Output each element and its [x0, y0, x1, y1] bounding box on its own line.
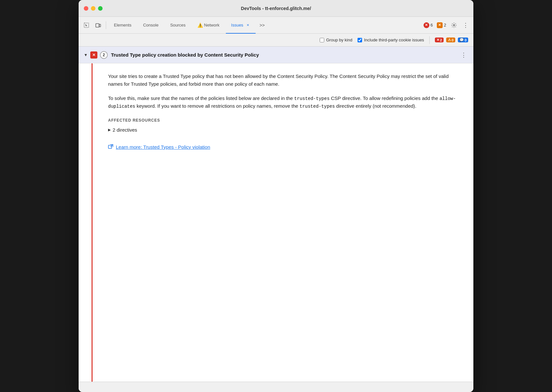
- network-warning-icon: ⚠️: [197, 23, 203, 28]
- secondary-warning-badge: ⚠ 0: [446, 38, 455, 42]
- error-count: 6: [431, 23, 433, 27]
- cursor-icon: [83, 22, 89, 28]
- secondary-warning-icon: ⚠: [448, 38, 451, 42]
- tab-sources[interactable]: Sources: [165, 17, 191, 34]
- code-trusted-types-2: trusted-types: [300, 104, 335, 109]
- warning-badge-icon: ✕: [437, 22, 443, 28]
- issue-error-icon: ✕: [90, 51, 97, 59]
- svg-rect-1: [96, 24, 99, 27]
- device-icon: [95, 22, 101, 28]
- secondary-error-icon: ✕: [436, 38, 439, 42]
- issue-description-p1: Your site tries to create a Trusted Type…: [108, 72, 462, 88]
- tab-issues-close[interactable]: ✕: [245, 23, 250, 28]
- more-tabs-button[interactable]: >>: [257, 20, 267, 30]
- more-options-icon: ⋮: [463, 22, 469, 29]
- maximize-button[interactable]: [98, 6, 103, 11]
- traffic-lights: [84, 6, 103, 11]
- learn-more-label: Learn more: Trusted Types - Policy viola…: [116, 144, 210, 150]
- include-third-party-label[interactable]: Include third-party cookie issues: [364, 38, 424, 42]
- tab-console[interactable]: Console: [138, 17, 164, 34]
- include-third-party-group: Include third-party cookie issues: [358, 38, 424, 42]
- issue-expand-chevron[interactable]: ▼: [84, 53, 88, 57]
- secondary-info-count: 0: [465, 38, 467, 42]
- include-third-party-checkbox[interactable]: [358, 38, 362, 42]
- secondary-warning-count: 0: [452, 38, 454, 42]
- warning-count: 2: [444, 23, 446, 27]
- more-tabs-label: >>: [259, 23, 265, 28]
- secondary-error-count: 2: [440, 38, 442, 42]
- error-badge-group: ✕ 6: [424, 22, 433, 28]
- issue-body: Your site tries to create a Trusted Type…: [92, 63, 473, 382]
- tab-elements-label: Elements: [114, 23, 131, 27]
- title-bar: DevTools - tt-enforced.glitch.me/: [79, 0, 473, 17]
- group-by-kind-label[interactable]: Group by kind: [326, 38, 352, 42]
- tab-sources-label: Sources: [170, 23, 186, 27]
- issue-title: Trusted Type policy creation blocked by …: [111, 52, 459, 58]
- gear-icon: [451, 22, 457, 28]
- tab-issues-label: Issues: [231, 23, 243, 27]
- tab-network[interactable]: ⚠️ Network: [192, 17, 225, 34]
- inspect-element-button[interactable]: [81, 20, 92, 30]
- affected-resources-label: AFFECTED RESOURCES: [108, 118, 462, 123]
- secondary-toolbar: Group by kind Include third-party cookie…: [79, 34, 473, 47]
- group-by-kind-checkbox[interactable]: [320, 38, 324, 42]
- error-badge-icon: ✕: [424, 22, 429, 28]
- window-bottom-bar: [79, 382, 473, 392]
- secondary-error-badge: ✕ 2: [435, 38, 444, 42]
- code-allow-duplicates: allow-duplicates: [108, 96, 456, 109]
- learn-more-link[interactable]: Learn more: Trusted Types - Policy viola…: [108, 144, 462, 150]
- external-link-icon: [108, 144, 113, 149]
- issue-description: Your site tries to create a Trusted Type…: [108, 72, 462, 110]
- devtools-window: DevTools - tt-enforced.glitch.me/ Elemen…: [79, 0, 473, 392]
- issue-header[interactable]: ▼ ✕ 2 Trusted Type policy creation block…: [79, 47, 473, 63]
- issue-description-p2: To solve this, make sure that the names …: [108, 94, 462, 110]
- more-options-button[interactable]: ⋮: [460, 20, 471, 30]
- tab-issues[interactable]: Issues ✕: [226, 17, 256, 34]
- secondary-info-badge: 💬 0: [458, 38, 468, 42]
- tab-console-label: Console: [143, 23, 159, 27]
- toolbar-divider-1: [106, 21, 106, 29]
- window-title: DevTools - tt-enforced.glitch.me/: [241, 6, 311, 11]
- tab-network-label: Network: [204, 23, 220, 27]
- directive-chevron-icon: ▶: [108, 128, 111, 132]
- secondary-badge-group: ✕ 2 ⚠ 0 💬 0: [435, 38, 468, 42]
- svg-point-3: [453, 24, 455, 26]
- minimize-button[interactable]: [91, 6, 95, 11]
- issue-count-badge: 2: [100, 51, 108, 59]
- secondary-info-icon: 💬: [459, 38, 464, 42]
- code-trusted-types-1: trusted-types: [294, 96, 329, 101]
- affected-resources: AFFECTED RESOURCES ▶ 2 directives: [108, 118, 462, 134]
- directives-item[interactable]: ▶ 2 directives: [108, 126, 462, 134]
- secondary-divider: [429, 36, 430, 44]
- issue-more-button[interactable]: ⋮: [459, 50, 468, 60]
- svg-rect-2: [99, 24, 101, 27]
- svg-rect-4: [108, 145, 112, 148]
- warning-badge-group: ✕ 2: [437, 22, 446, 28]
- main-toolbar: Elements Console Sources ⚠️ Network Issu…: [79, 17, 473, 34]
- directive-count-label: 2 directives: [113, 127, 137, 133]
- main-content: ▼ ✕ 2 Trusted Type policy creation block…: [79, 47, 473, 382]
- settings-button[interactable]: [449, 20, 459, 30]
- group-by-kind-group: Group by kind: [320, 38, 352, 42]
- tab-elements[interactable]: Elements: [109, 17, 137, 34]
- close-button[interactable]: [84, 6, 88, 11]
- device-toggle-button[interactable]: [93, 20, 103, 30]
